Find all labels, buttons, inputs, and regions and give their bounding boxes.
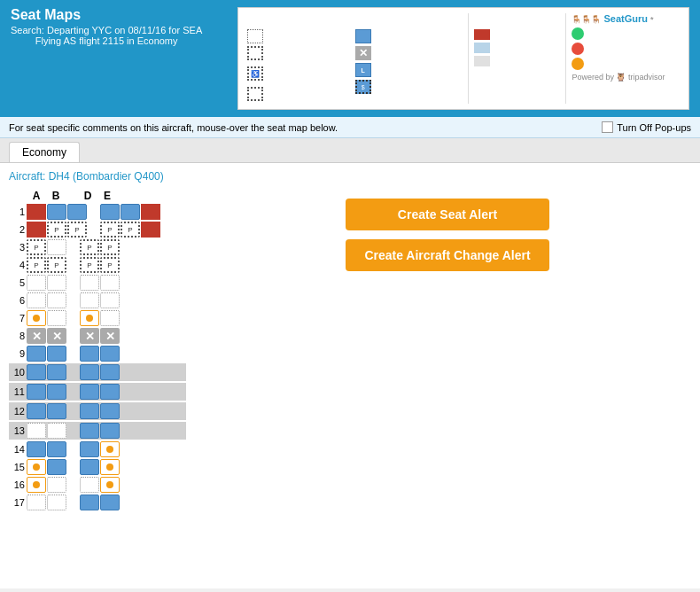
seat-2b[interactable]: P xyxy=(67,222,87,238)
seat-5a[interactable] xyxy=(27,275,46,291)
legend-mixed: Mixed Review xyxy=(572,58,680,70)
seat-10e[interactable] xyxy=(100,364,120,380)
seats-section-title: Seats xyxy=(247,13,355,26)
seat-1d[interactable] xyxy=(100,204,120,220)
seat-12d[interactable] xyxy=(80,403,99,419)
seat-row: 4 P P P P xyxy=(9,257,186,273)
seat-3b[interactable] xyxy=(47,239,66,255)
search-info: Search: Departing YYC on 08/11/16 for SE… xyxy=(11,25,202,46)
seat-17d[interactable] xyxy=(80,495,99,510)
info-bar: For seat specific comments on this aircr… xyxy=(0,117,700,138)
seat-13d[interactable] xyxy=(80,423,99,439)
header: Seat Maps Search: Departing YYC on 08/11… xyxy=(0,0,700,117)
create-aircraft-alert-button[interactable]: Create Aircraft Change Alert xyxy=(346,239,549,271)
seat-10b[interactable] xyxy=(47,364,66,380)
seat-7e[interactable] xyxy=(100,310,120,326)
seat-8e[interactable]: ✕ xyxy=(100,328,120,344)
seat-14d[interactable] xyxy=(80,441,99,457)
seat-14b[interactable] xyxy=(47,441,66,457)
seat-5e[interactable] xyxy=(100,275,120,291)
seat-1b[interactable] xyxy=(67,204,87,220)
seat-15b[interactable] xyxy=(47,459,66,475)
seat-10d[interactable] xyxy=(80,364,99,380)
seat-12b[interactable] xyxy=(47,403,66,419)
seat-15d[interactable] xyxy=(80,459,99,475)
seat-9b[interactable] xyxy=(47,346,66,362)
seat-17b[interactable] xyxy=(47,495,66,510)
seat-8a[interactable]: ✕ xyxy=(27,328,46,344)
seat-row: 17 xyxy=(9,495,186,510)
seat-4b[interactable]: P xyxy=(47,257,66,273)
seatguru-logo: 🪑🪑🪑 SeatGuru * xyxy=(572,13,680,24)
seat-row: 7 xyxy=(9,310,186,326)
seat-3e[interactable]: P xyxy=(100,239,120,255)
seat-row: 13 xyxy=(9,422,186,440)
seat-6a[interactable] xyxy=(27,292,46,308)
seat-7a[interactable] xyxy=(27,310,46,326)
legend-available: Available xyxy=(247,29,355,43)
legend-panel: Seats Available P Premium Only ♿ Handica… xyxy=(237,7,689,110)
seat-2d[interactable]: P xyxy=(100,222,120,238)
seat-row: 14 xyxy=(9,441,186,457)
seat-11d[interactable] xyxy=(80,384,99,400)
seat-8b[interactable]: ✕ xyxy=(47,328,66,344)
seat-5d[interactable] xyxy=(80,275,99,291)
seat-1a[interactable] xyxy=(47,204,66,220)
seat-13b[interactable] xyxy=(47,423,66,439)
seat-2e[interactable]: P xyxy=(121,222,140,238)
seat-17e[interactable] xyxy=(100,495,120,510)
seat-6e[interactable] xyxy=(100,292,120,308)
seat-row: 1 xyxy=(9,204,186,220)
seat-7d[interactable] xyxy=(80,310,99,326)
seat-16e[interactable] xyxy=(100,477,120,493)
seat-9e[interactable] xyxy=(100,346,120,362)
seat-9d[interactable] xyxy=(80,346,99,362)
seat-4a[interactable]: P xyxy=(27,257,46,273)
legend-paid-premium: $P Paid & Premium xyxy=(247,87,355,101)
seat-16b[interactable] xyxy=(47,477,66,493)
seat-3d[interactable]: P xyxy=(80,239,99,255)
seat-16a[interactable] xyxy=(27,477,46,493)
seat-6d[interactable] xyxy=(80,292,99,308)
tab-economy[interactable]: Economy xyxy=(9,142,80,162)
seat-1e[interactable] xyxy=(121,204,140,220)
seat-4e[interactable]: P xyxy=(100,257,120,273)
seat-3a[interactable]: P xyxy=(27,239,46,255)
seat-8d[interactable]: ✕ xyxy=(80,328,99,344)
seat-row: 8 ✕ ✕ ✕ ✕ xyxy=(9,328,186,344)
seat-13a[interactable] xyxy=(27,423,46,439)
create-seat-alert-button[interactable]: Create Seat Alert xyxy=(346,199,549,230)
seat-11a[interactable] xyxy=(27,384,46,400)
page-title: Seat Maps xyxy=(11,7,202,23)
seat-11e[interactable] xyxy=(100,384,120,400)
seat-15e[interactable] xyxy=(100,459,120,475)
popup-toggle[interactable]: Turn Off Pop-ups xyxy=(602,121,691,133)
seat-row: 2 P P P P xyxy=(9,222,186,238)
seat-row: 15 xyxy=(9,459,186,475)
seat-14e[interactable] xyxy=(100,441,120,457)
legend-paid: $ Paid xyxy=(355,80,463,94)
seat-6b[interactable] xyxy=(47,292,66,308)
seat-12e[interactable] xyxy=(100,403,120,419)
seat-7b[interactable] xyxy=(47,310,66,326)
seat-17a[interactable] xyxy=(27,495,46,510)
seat-4d[interactable]: P xyxy=(80,257,99,273)
info-text: For seat specific comments on this aircr… xyxy=(9,122,338,133)
seat-9a[interactable] xyxy=(27,346,46,362)
buttons-area: Create Seat Alert Create Aircraft Change… xyxy=(204,190,691,512)
seat-10a[interactable] xyxy=(27,364,46,380)
powered-by: Powered by 🦉 tripadvisor xyxy=(572,73,680,82)
seat-15a[interactable] xyxy=(27,459,46,475)
popup-checkbox[interactable] xyxy=(602,121,613,133)
seat-5b[interactable] xyxy=(47,275,66,291)
seat-map: A B D E 1 2 P P xyxy=(9,190,186,512)
seat-13e[interactable] xyxy=(100,423,120,439)
seat-16d[interactable] xyxy=(80,477,99,493)
seat-12a[interactable] xyxy=(27,403,46,419)
seat-11b[interactable] xyxy=(47,384,66,400)
legend-blocked: ✕ Blocked xyxy=(355,46,463,60)
seat-row: 11 xyxy=(9,383,186,401)
seat-row: 12 xyxy=(9,402,186,420)
seat-14a[interactable] xyxy=(27,441,46,457)
seat-2a[interactable]: P xyxy=(47,222,66,238)
